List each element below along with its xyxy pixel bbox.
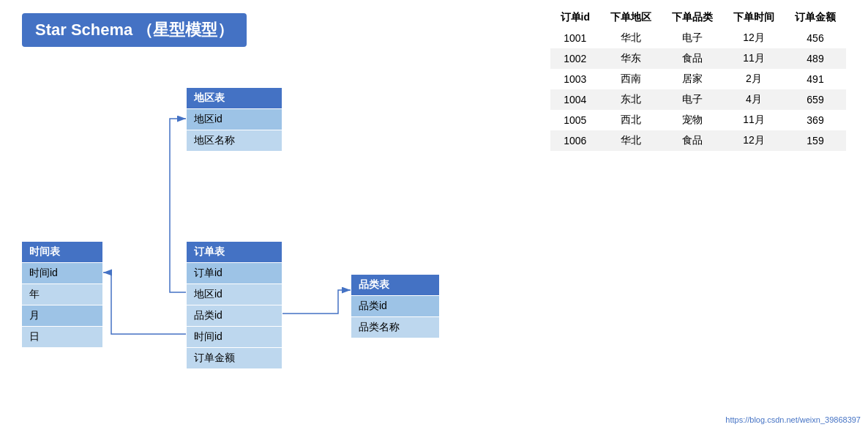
order-table-row: 地区id bbox=[187, 283, 282, 305]
table-cell: 2月 bbox=[723, 69, 785, 89]
category-arrow bbox=[283, 290, 351, 314]
table-row: 1004东北电子4月659 bbox=[550, 89, 846, 110]
category-table-row: 品类名称 bbox=[351, 316, 439, 338]
table-cell: 489 bbox=[785, 48, 846, 69]
region-table-row: 地区名称 bbox=[187, 130, 282, 151]
table-cell: 659 bbox=[785, 89, 846, 110]
category-table-header: 品类表 bbox=[351, 275, 439, 295]
region-arrow bbox=[170, 119, 186, 292]
table-cell: 11月 bbox=[723, 110, 785, 130]
category-table: 品类表 品类id 品类名称 bbox=[351, 275, 439, 338]
time-table-row: 年 bbox=[22, 283, 102, 305]
table-cell: 食品 bbox=[662, 130, 723, 151]
table-cell: 宠物 bbox=[662, 110, 723, 130]
order-table-header: 订单表 bbox=[187, 242, 282, 262]
table-cell: 1002 bbox=[550, 48, 600, 69]
category-table-row: 品类id bbox=[351, 295, 439, 316]
data-table-col-header: 下单品类 bbox=[662, 7, 723, 28]
table-cell: 西北 bbox=[600, 110, 662, 130]
region-table: 地区表 地区id 地区名称 bbox=[187, 88, 282, 151]
table-cell: 456 bbox=[785, 28, 846, 48]
time-table-row: 月 bbox=[22, 305, 102, 326]
table-cell: 西南 bbox=[600, 69, 662, 89]
table-cell: 12月 bbox=[723, 130, 785, 151]
table-row: 1006华北食品12月159 bbox=[550, 130, 846, 151]
table-cell: 电子 bbox=[662, 28, 723, 48]
data-table: 订单id下单地区下单品类下单时间订单金额 1001华北电子12月4561002华… bbox=[550, 7, 846, 151]
time-table: 时间表 时间id 年 月 日 bbox=[22, 242, 102, 347]
table-cell: 居家 bbox=[662, 69, 723, 89]
table-cell: 1004 bbox=[550, 89, 600, 110]
table-row: 1005西北宠物11月369 bbox=[550, 110, 846, 130]
table-cell: 东北 bbox=[600, 89, 662, 110]
table-cell: 159 bbox=[785, 130, 846, 151]
order-table-row: 时间id bbox=[187, 326, 282, 347]
time-table-row: 时间id bbox=[22, 262, 102, 283]
table-cell: 华北 bbox=[600, 28, 662, 48]
table-cell: 491 bbox=[785, 69, 846, 89]
table-row: 1001华北电子12月456 bbox=[550, 28, 846, 48]
table-cell: 1005 bbox=[550, 110, 600, 130]
order-table: 订单表 订单id 地区id 品类id 时间id 订单金额 bbox=[187, 242, 282, 368]
table-cell: 华北 bbox=[600, 130, 662, 151]
region-table-row: 地区id bbox=[187, 108, 282, 130]
table-cell: 12月 bbox=[723, 28, 785, 48]
order-table-row: 订单id bbox=[187, 262, 282, 283]
table-row: 1003西南居家2月491 bbox=[550, 69, 846, 89]
watermark: https://blog.csdn.net/weixn_39868397 bbox=[725, 415, 861, 424]
region-table-header: 地区表 bbox=[187, 88, 282, 108]
table-cell: 1006 bbox=[550, 130, 600, 151]
data-table-col-header: 下单时间 bbox=[723, 7, 785, 28]
time-arrow bbox=[103, 273, 186, 334]
table-cell: 4月 bbox=[723, 89, 785, 110]
table-cell: 11月 bbox=[723, 48, 785, 69]
data-table-col-header: 订单id bbox=[550, 7, 600, 28]
table-cell: 电子 bbox=[662, 89, 723, 110]
time-table-row: 日 bbox=[22, 326, 102, 347]
page-title: Star Schema （星型模型） bbox=[22, 13, 247, 47]
table-row: 1002华东食品11月489 bbox=[550, 48, 846, 69]
table-cell: 1003 bbox=[550, 69, 600, 89]
table-cell: 369 bbox=[785, 110, 846, 130]
data-table-col-header: 下单地区 bbox=[600, 7, 662, 28]
table-cell: 1001 bbox=[550, 28, 600, 48]
table-cell: 食品 bbox=[662, 48, 723, 69]
order-table-row: 品类id bbox=[187, 305, 282, 326]
table-cell: 华东 bbox=[600, 48, 662, 69]
order-table-row: 订单金额 bbox=[187, 347, 282, 368]
time-table-header: 时间表 bbox=[22, 242, 102, 262]
data-table-col-header: 订单金额 bbox=[785, 7, 846, 28]
